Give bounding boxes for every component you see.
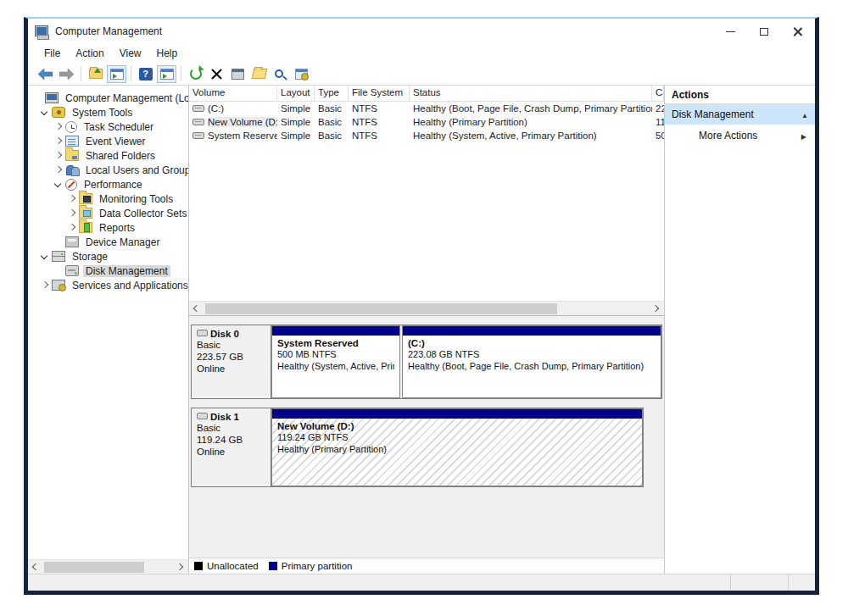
minimize-icon xyxy=(726,31,735,32)
tree-item-services-and-applications[interactable]: Services and Applications xyxy=(28,278,188,292)
back-button[interactable] xyxy=(36,65,55,83)
actions-header: Actions xyxy=(665,86,815,104)
find-button[interactable] xyxy=(271,65,290,83)
scroll-right-icon[interactable] xyxy=(650,302,664,316)
shared-folder-icon xyxy=(65,150,79,161)
disk-management-panel: Volume Layout Type File System Status Ca… xyxy=(189,86,665,574)
volume-row-system-reserved[interactable]: System Reserved Simple Basic NTFS Health… xyxy=(189,129,664,142)
chevron-right-icon[interactable] xyxy=(53,122,64,132)
volume-row-new-volume-d[interactable]: New Volume (D:) Simple Basic NTFS Health… xyxy=(189,115,664,129)
show-console-tree-icon xyxy=(110,69,124,80)
chevron-right-icon[interactable] xyxy=(67,208,77,219)
menu-action[interactable]: Action xyxy=(68,46,111,61)
maximize-icon xyxy=(760,28,768,36)
tree-item-task-scheduler[interactable]: Task Scheduler xyxy=(28,119,188,134)
forward-button[interactable] xyxy=(57,65,76,83)
performance-icon xyxy=(65,179,77,191)
more-actions-item[interactable]: More Actions xyxy=(665,125,815,147)
close-button[interactable] xyxy=(781,19,815,44)
tree-item-shared-folders[interactable]: Shared Folders xyxy=(28,148,188,163)
tree-item-local-users-and-groups[interactable]: Local Users and Groups xyxy=(28,163,188,177)
partition-new-volume-d[interactable]: New Volume (D:) 119.24 GB NTFS Healthy (… xyxy=(271,408,643,486)
menu-view[interactable]: View xyxy=(112,46,149,61)
chevron-down-icon[interactable] xyxy=(53,180,64,190)
show-console-tree-button[interactable] xyxy=(107,65,126,83)
tree-item-performance[interactable]: Performance xyxy=(28,177,188,191)
column-header-file-system[interactable]: File System xyxy=(349,86,410,101)
computer-management-app-icon xyxy=(35,25,50,38)
chevron-right-icon[interactable] xyxy=(53,151,64,161)
volume-list-horizontal-scrollbar[interactable] xyxy=(189,301,664,315)
delete-button[interactable] xyxy=(207,65,226,83)
storage-icon xyxy=(52,251,65,262)
chevron-right-icon[interactable] xyxy=(40,280,50,291)
chevron-down-icon[interactable] xyxy=(40,252,50,262)
tree-item-event-viewer[interactable]: Event Viewer xyxy=(28,134,188,148)
partition-detail: 500 MB NTFS xyxy=(277,348,394,360)
volume-status: Healthy (Primary Partition) xyxy=(410,117,652,127)
scrollbar-thumb[interactable] xyxy=(205,303,557,314)
window-title: Computer Management xyxy=(55,25,162,37)
column-header-layout[interactable]: Layout xyxy=(277,86,315,101)
partition-system-reserved[interactable]: System Reserved 500 MB NTFS Healthy (Sys… xyxy=(271,325,400,398)
tree-item-monitoring-tools[interactable]: Monitoring Tools xyxy=(28,191,188,206)
tree-item-system-tools[interactable]: System Tools xyxy=(28,105,188,119)
partition-c[interactable]: (C:) 223.08 GB NTFS Healthy (Boot, Page … xyxy=(402,325,661,398)
scroll-left-icon[interactable] xyxy=(28,560,42,574)
column-header-status[interactable]: Status xyxy=(410,86,652,101)
partition-title: New Volume (D:) xyxy=(277,421,637,431)
export-list-button[interactable] xyxy=(86,65,105,83)
volume-file-system: NTFS xyxy=(349,117,410,127)
disk-0-header[interactable]: Disk 0 Basic 223.57 GB Online xyxy=(192,325,271,398)
refresh-icon xyxy=(190,68,202,80)
tree-item-label: Data Collector Sets xyxy=(97,208,189,219)
volume-layout: Simple xyxy=(277,117,315,127)
chevron-down-icon[interactable] xyxy=(40,108,50,118)
chevron-right-icon[interactable] xyxy=(53,165,64,175)
tree-item-data-collector-sets[interactable]: Data Collector Sets xyxy=(28,206,188,220)
tree-item-label: Disk Management xyxy=(83,265,170,277)
chevron-right-icon[interactable] xyxy=(53,136,64,147)
device-manager-icon xyxy=(65,236,79,247)
chevron-right-icon[interactable] xyxy=(67,194,77,204)
unallocated-label: Unallocated xyxy=(207,561,259,571)
column-header-capacity[interactable]: Capacity xyxy=(652,86,664,101)
search-icon xyxy=(275,69,283,78)
event-viewer-icon xyxy=(65,136,79,147)
no-expander xyxy=(53,266,64,276)
properties-button[interactable] xyxy=(228,65,248,83)
tree-item-disk-management[interactable]: Disk Management xyxy=(28,264,188,278)
volume-row-c[interactable]: (C:) Simple Basic NTFS Healthy (Boot, Pa… xyxy=(189,102,664,115)
scrollbar-thumb[interactable] xyxy=(44,562,144,573)
tree-item-label: Computer Management (Local) xyxy=(63,92,189,104)
scroll-left-icon[interactable] xyxy=(189,302,204,316)
scroll-right-icon[interactable] xyxy=(174,560,188,574)
minimize-button[interactable] xyxy=(713,19,747,44)
maximize-button[interactable] xyxy=(747,19,781,44)
menu-file[interactable]: File xyxy=(36,46,68,61)
actions-group-disk-management[interactable]: Disk Management xyxy=(665,104,815,125)
tree-item-reports[interactable]: Reports xyxy=(28,220,188,235)
tree-item-label: Local Users and Groups xyxy=(83,164,189,176)
refresh-button[interactable] xyxy=(186,65,205,83)
tree-item-storage[interactable]: Storage xyxy=(28,249,188,264)
tree-item-label: Task Scheduler xyxy=(81,121,156,133)
tree-horizontal-scrollbar[interactable] xyxy=(28,559,188,574)
disk-management-icon xyxy=(65,265,79,276)
primary-partition-bar xyxy=(403,326,661,336)
chevron-right-icon[interactable] xyxy=(67,223,77,233)
open-button[interactable] xyxy=(249,65,269,83)
properties-icon xyxy=(232,69,244,80)
disk-1-partitions: New Volume (D:) 119.24 GB NTFS Healthy (… xyxy=(271,408,643,486)
help-button[interactable] xyxy=(136,65,155,83)
settings-button[interactable] xyxy=(292,65,311,83)
tree-item-computer-management[interactable]: Computer Management (Local) xyxy=(28,91,188,105)
chevron-up-icon[interactable] xyxy=(801,108,808,120)
disk-1-header[interactable]: Disk 1 Basic 119.24 GB Online xyxy=(192,408,271,486)
column-header-volume[interactable]: Volume xyxy=(189,86,277,101)
tree-item-label: System Tools xyxy=(70,107,135,119)
tree-item-device-manager[interactable]: Device Manager xyxy=(28,235,188,249)
column-header-type[interactable]: Type xyxy=(315,86,349,101)
menu-help[interactable]: Help xyxy=(149,46,186,61)
show-action-pane-button[interactable] xyxy=(157,65,176,83)
